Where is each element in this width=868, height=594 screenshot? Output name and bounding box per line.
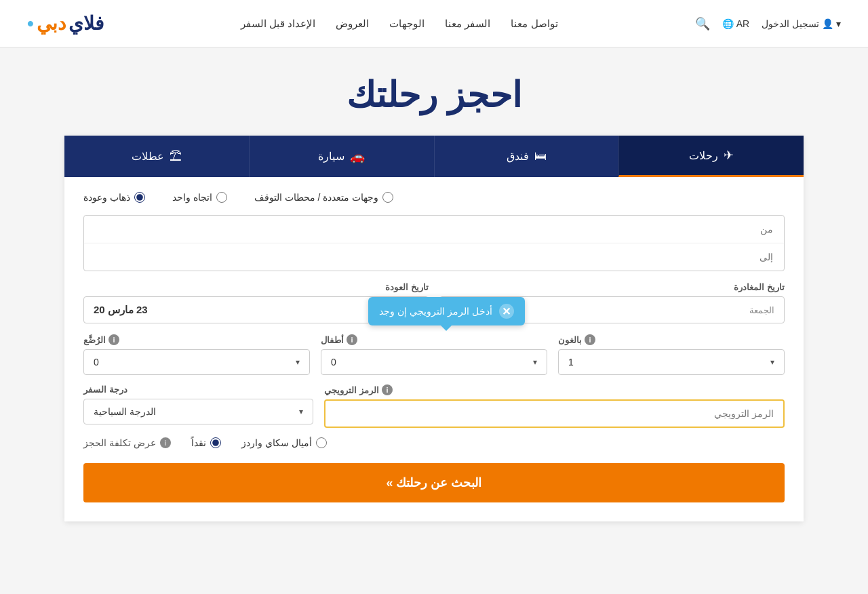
departure-date-label: تاريخ المغادرة	[439, 282, 785, 292]
payment-skymiles[interactable]: أميال سكاي واردز	[241, 437, 327, 448]
nav-item-contact[interactable]: تواصل معنا	[511, 18, 557, 30]
adults-label: i بالغون	[558, 334, 785, 345]
logo: فلاي دبي •	[27, 12, 104, 35]
logo-dot: •	[27, 13, 34, 35]
promo-field-group: i الرمز الترويجي	[324, 384, 785, 428]
adults-value: 1	[568, 357, 574, 368]
page-title: احجز رحلتك	[0, 75, 868, 115]
to-field[interactable]	[84, 243, 784, 271]
tab-car[interactable]: 🚗 سيارة	[249, 136, 434, 177]
infants-select[interactable]: ▾ 0	[83, 349, 310, 375]
user-icon: 👤	[822, 18, 833, 29]
infants-arrow: ▾	[296, 357, 300, 367]
info-icon-infants[interactable]: i	[108, 334, 119, 345]
language-button[interactable]: AR 🌐	[722, 18, 749, 29]
info-icon-payment[interactable]: i	[160, 437, 171, 448]
adults-arrow: ▾	[770, 357, 774, 367]
tab-hotel-label: فندق	[507, 150, 529, 163]
from-input[interactable]	[95, 224, 773, 235]
cash-radio[interactable]	[210, 437, 221, 448]
holiday-icon: ⛱	[170, 149, 182, 163]
skymiles-radio[interactable]	[316, 437, 327, 448]
nav-item-prepare[interactable]: الإعداد قبل السفر	[241, 18, 315, 30]
search-header-button[interactable]: 🔍	[695, 16, 710, 31]
cash-label: نقداً	[191, 437, 206, 448]
logo-dubai: دبي	[37, 12, 66, 35]
radio-multicity[interactable]: وجهات متعددة / محطات التوقف	[254, 192, 393, 203]
info-icon-adults[interactable]: i	[585, 334, 595, 345]
route-fields	[83, 215, 785, 271]
adults-select[interactable]: ▾ 1	[558, 349, 785, 375]
children-select[interactable]: ▾ 0	[321, 349, 547, 375]
infants-value: 0	[94, 357, 99, 368]
nav-item-offers[interactable]: العروض	[336, 18, 369, 30]
tab-flights[interactable]: ✈ رحلات	[618, 136, 804, 177]
trip-type-row: وجهات متعددة / محطات التوقف اتجاه واحد ذ…	[83, 192, 785, 203]
oneway-label: اتجاه واحد	[172, 192, 212, 203]
pax-row: i بالغون ▾ 1 i أطفال ✕ أدخل الرمز التروي…	[83, 334, 785, 375]
radio-oneway[interactable]: اتجاه واحد	[172, 192, 227, 203]
multicity-label: وجهات متعددة / محطات التوقف	[254, 192, 378, 203]
payment-row: أميال سكاي واردز نقداً i عرض تكلفة الحجز	[83, 437, 785, 448]
roundtrip-label: ذهاب وعودة	[83, 192, 130, 203]
tooltip-text: أدخل الرمز الترويجي إن وجد	[379, 306, 492, 317]
login-button[interactable]: ▾ 👤 تسجيل الدخول	[762, 18, 841, 29]
promo-tooltip: ✕ أدخل الرمز الترويجي إن وجد	[368, 297, 525, 325]
header-right: ▾ 👤 تسجيل الدخول AR 🌐 🔍	[695, 16, 841, 31]
adults-group: i بالغون ▾ 1	[558, 334, 785, 375]
travel-class-select[interactable]: ▾ الدرجة السياحية	[83, 399, 313, 424]
departure-day: الجمعة	[749, 305, 774, 315]
infants-label: i الرُضَّع	[83, 334, 310, 345]
oneway-radio[interactable]	[216, 192, 227, 203]
tab-holidays-label: عطلات	[132, 150, 164, 163]
payment-cash[interactable]: نقداً	[191, 437, 221, 448]
booking-tabs: ✈ رحلات 🛏 فندق 🚗 سيارة ⛱ عطلات	[64, 136, 804, 177]
search-button[interactable]: البحث عن رحلتك »	[83, 463, 785, 502]
radio-roundtrip[interactable]: ذهاب وعودة	[83, 192, 145, 203]
page-title-section: احجز رحلتك	[0, 47, 868, 136]
globe-icon: 🌐	[722, 18, 734, 29]
nav-item-travel[interactable]: السفر معنا	[445, 18, 490, 30]
booking-form: وجهات متعددة / محطات التوقف اتجاه واحد ذ…	[64, 177, 804, 521]
flight-icon: ✈	[724, 148, 734, 163]
tab-hotel[interactable]: 🛏 فندق	[434, 136, 619, 177]
skymiles-label: أميال سكاي واردز	[241, 437, 312, 448]
from-field[interactable]	[84, 216, 784, 243]
roundtrip-radio[interactable]	[134, 192, 145, 203]
info-icon-children[interactable]: i	[347, 334, 357, 345]
login-label: تسجيل الدخول	[762, 18, 819, 29]
close-tooltip-button[interactable]: ✕	[499, 304, 514, 319]
hotel-icon: 🛏	[534, 149, 547, 163]
travel-class-arrow: ▾	[299, 407, 303, 416]
car-icon: 🚗	[350, 149, 365, 164]
header: ▾ 👤 تسجيل الدخول AR 🌐 🔍 تواصل معنا السفر…	[0, 0, 868, 47]
payment-cost-label: i عرض تكلفة الحجز	[83, 437, 171, 448]
promo-input[interactable]	[335, 408, 774, 419]
children-group: i أطفال ✕ أدخل الرمز الترويجي إن وجد ▾ 0	[321, 334, 547, 375]
promo-label: i الرمز الترويجي	[324, 384, 785, 395]
children-arrow: ▾	[533, 357, 537, 367]
info-icon-promo[interactable]: i	[382, 384, 393, 395]
lang-label: AR	[736, 18, 749, 29]
main-nav: تواصل معنا السفر معنا الوجهات العروض الإ…	[104, 18, 695, 30]
tab-holidays[interactable]: ⛱ عطلات	[64, 136, 249, 177]
travel-class-value: الدرجة السياحية	[94, 406, 156, 417]
children-label: i أطفال	[321, 334, 547, 345]
promo-row: i الرمز الترويجي درجة السفر ▾ الدرجة الس…	[83, 384, 785, 428]
to-input[interactable]	[95, 252, 773, 262]
infants-group: i الرُضَّع ▾ 0	[83, 334, 310, 375]
tab-car-label: سيارة	[318, 150, 344, 163]
tab-flights-label: رحلات	[689, 149, 718, 162]
promo-input-box[interactable]	[324, 399, 785, 428]
booking-container: ✈ رحلات 🛏 فندق 🚗 سيارة ⛱ عطلات وجهات متع…	[64, 136, 804, 521]
multicity-radio[interactable]	[382, 192, 393, 203]
travel-class-label: درجة السفر	[83, 384, 313, 395]
return-date-label: تاريخ العودة	[83, 282, 429, 292]
chevron-down-icon: ▾	[836, 18, 841, 29]
travel-class-group: درجة السفر ▾ الدرجة السياحية	[83, 384, 313, 428]
return-value: 23 مارس 20	[94, 304, 148, 316]
nav-item-destinations[interactable]: الوجهات	[389, 18, 425, 30]
children-value: 0	[331, 357, 336, 368]
logo-fly: فلاي	[68, 12, 104, 35]
